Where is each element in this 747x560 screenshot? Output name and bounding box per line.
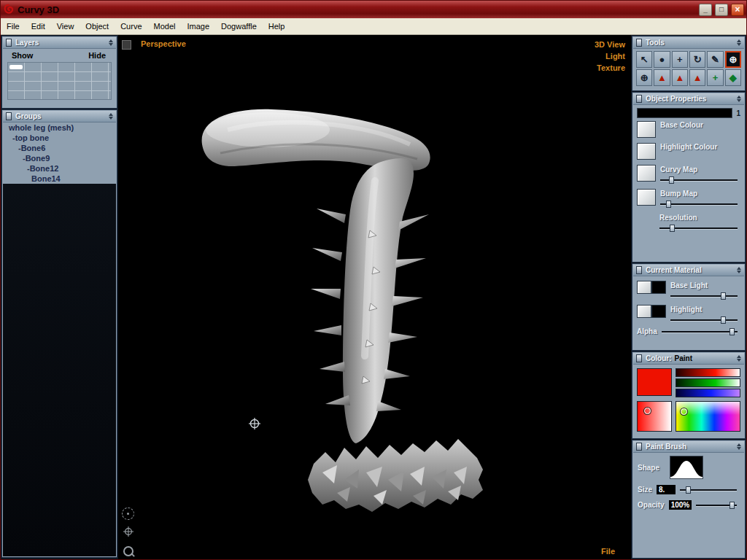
collapse-arrows-icon[interactable] — [109, 113, 113, 120]
menu-item-curve[interactable]: Curve — [115, 20, 147, 33]
current-colour-swatch[interactable] — [637, 368, 672, 396]
highlight-white-swatch[interactable] — [637, 305, 651, 318]
size-label: Size — [638, 486, 652, 494]
paint-brush-header[interactable]: Paint Brush — [633, 441, 744, 453]
viewport-3d[interactable]: Perspective 3D View Light Texture File — [118, 35, 631, 559]
panel-title: Current Material — [646, 266, 702, 274]
viewport-menu-button[interactable] — [122, 40, 131, 50]
base-light-black-swatch[interactable] — [651, 281, 666, 294]
brush-shape-preview[interactable] — [670, 456, 703, 479]
object-properties-header[interactable]: Object Properties — [633, 93, 744, 105]
layer-grid[interactable] — [7, 62, 112, 100]
object-name-field[interactable] — [637, 108, 732, 118]
show-button[interactable]: Show — [12, 51, 33, 60]
collapse-arrows-icon[interactable] — [737, 443, 741, 450]
menu-item-dogwaffle[interactable]: Dogwaffle — [215, 20, 263, 33]
resolution-slider[interactable] — [659, 225, 738, 232]
shade-marker-icon — [644, 408, 651, 414]
left-sidebar: Layers Show Hide Groups whole — [1, 35, 118, 559]
app-window: Curvy 3D _ □ × File Edit View Object Cur… — [0, 0, 747, 560]
menu-item-help[interactable]: Help — [263, 20, 291, 33]
group-item[interactable]: -Bone9 — [3, 153, 116, 163]
group-item[interactable]: Bone14 — [3, 174, 116, 184]
bone-rotate-tool[interactable]: ◆ — [725, 69, 741, 86]
menu-item-edit[interactable]: Edit — [26, 20, 51, 33]
base-light-white-swatch[interactable] — [637, 281, 651, 294]
alpha-slider[interactable] — [662, 328, 738, 335]
collapse-arrows-icon[interactable] — [737, 39, 741, 46]
file-button[interactable]: File — [601, 547, 615, 556]
cone-tool[interactable]: ▲ — [654, 69, 670, 86]
group-item[interactable]: whole leg (mesh) — [3, 122, 116, 133]
mode-light-button[interactable]: Light — [595, 50, 625, 62]
opacity-value[interactable]: 100% — [669, 500, 692, 510]
titlebar[interactable]: Curvy 3D _ □ × — [1, 1, 746, 18]
cone-move-tool[interactable]: ▲ — [672, 69, 688, 86]
curvy-map-slider[interactable] — [660, 176, 738, 184]
mode-3d-view-button[interactable]: 3D View — [595, 39, 625, 50]
current-material-header[interactable]: Current Material — [633, 265, 744, 276]
menu-item-image[interactable]: Image — [181, 20, 215, 33]
opacity-label: Opacity — [638, 501, 665, 509]
globe-tool[interactable]: ⊕ — [636, 69, 652, 86]
menu-item-file[interactable]: File — [1, 20, 26, 33]
brush-preview-icon[interactable] — [122, 508, 134, 520]
colour-mode-button[interactable]: Paint — [675, 354, 692, 362]
perspective-label[interactable]: Perspective — [141, 39, 186, 48]
size-slider[interactable] — [680, 486, 737, 494]
right-sidebar: Tools ↖ ● + ↻ ✎ ⊕ ⊕ ▲ ▲ ▲ + ◆ — [631, 35, 746, 559]
pin-icon — [6, 39, 12, 47]
hue-picker[interactable] — [676, 401, 740, 432]
zoom-icon[interactable] — [123, 546, 133, 556]
menu-item-view[interactable]: View — [51, 20, 80, 33]
base-light-slider[interactable] — [670, 292, 738, 300]
layers-panel-header[interactable]: Layers — [3, 37, 116, 49]
menu-item-model[interactable]: Model — [148, 20, 182, 33]
group-item[interactable]: -Bone12 — [3, 163, 116, 174]
colour-panel-header[interactable]: Colour: Paint — [633, 353, 744, 365]
close-button[interactable]: × — [731, 4, 744, 16]
collapse-arrows-icon[interactable] — [737, 96, 741, 102]
collapse-arrows-icon[interactable] — [737, 355, 741, 362]
tools-panel-header[interactable]: Tools — [633, 37, 744, 49]
bump-map-slider[interactable] — [660, 201, 738, 208]
bump-map-swatch[interactable] — [637, 189, 656, 206]
panel-title: Layers — [15, 39, 39, 47]
active-layer-cell[interactable] — [9, 65, 23, 69]
maximize-button[interactable]: □ — [715, 4, 728, 16]
panel-title: Paint Brush — [646, 443, 686, 451]
highlight-slider[interactable] — [670, 316, 738, 324]
base-colour-swatch[interactable] — [637, 121, 656, 138]
collapse-arrows-icon[interactable] — [737, 267, 741, 273]
red-channel-slider[interactable] — [676, 368, 740, 377]
target-tool[interactable]: ⊕ — [725, 51, 741, 68]
minimize-button[interactable]: _ — [699, 4, 712, 16]
group-item[interactable]: -top bone — [3, 133, 116, 143]
sphere-tool[interactable]: ● — [654, 51, 670, 68]
highlight-colour-swatch[interactable] — [637, 143, 656, 160]
group-item[interactable]: -Bone6 — [3, 143, 116, 153]
blue-channel-slider[interactable] — [676, 389, 740, 397]
select-tool[interactable]: ↖ — [636, 51, 652, 68]
opacity-slider[interactable] — [696, 502, 737, 509]
pen-tool[interactable]: ✎ — [707, 51, 723, 68]
rotate-tool[interactable]: ↻ — [689, 51, 705, 68]
cone-rotate-tool[interactable]: ▲ — [689, 69, 705, 86]
groups-list[interactable]: whole leg (mesh) -top bone -Bone6 -Bone9… — [3, 122, 116, 556]
bone-move-tool[interactable]: + — [707, 69, 723, 86]
groups-panel-header[interactable]: Groups — [3, 111, 116, 122]
hide-button[interactable]: Hide — [88, 51, 106, 60]
shade-picker[interactable] — [637, 401, 672, 432]
pan-icon[interactable] — [123, 526, 133, 540]
pin-icon — [636, 39, 642, 47]
green-channel-slider[interactable] — [676, 378, 740, 387]
app-logo-icon — [3, 4, 15, 15]
highlight-black-swatch[interactable] — [651, 305, 666, 318]
menu-item-object[interactable]: Object — [80, 20, 115, 33]
curvy-map-swatch[interactable] — [637, 165, 656, 182]
collapse-arrows-icon[interactable] — [109, 39, 113, 46]
size-value[interactable]: 8. — [657, 485, 676, 494]
move-tool[interactable]: + — [672, 51, 688, 68]
paint-brush-panel: Paint Brush Shape Size 8. — [632, 440, 745, 558]
mode-texture-button[interactable]: Texture — [595, 62, 625, 74]
